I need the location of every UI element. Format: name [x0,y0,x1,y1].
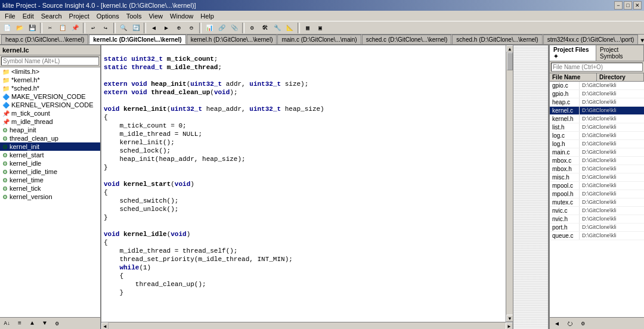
left-tb-az[interactable]: A↓ [1,318,13,330]
vscroll-up[interactable]: ▲ [506,45,513,52]
toolbar-b4[interactable]: ⊖ [185,22,197,34]
vscroll-down[interactable]: ▼ [506,315,513,322]
toolbar-search[interactable]: 🔍 [117,22,129,34]
toolbar-save[interactable]: 💾 [26,22,38,34]
tab-kernel-lc[interactable]: kernel.lc (D:\GitClone\...\kernel) [89,35,185,44]
symbol-item-kernel-h[interactable]: 📁 *kernel.h* [0,76,100,84]
tab-project-symbols[interactable]: Project Symbols [596,45,644,61]
file-item-nvic-h[interactable]: nvic.hD:\GitClone\kli [550,215,644,224]
tab-stm32[interactable]: stm32f4xx.c (D:\GitClone\...\port) [543,35,639,44]
tab-kernel-h[interactable]: kernel.h (D:\GitClone\...\kernel) [187,35,277,44]
symbol-item-idle-thread[interactable]: 📌 m_idle_thread [0,117,100,126]
file-item-mpool-h[interactable]: mpool.hD:\GitClone\kli [550,190,644,198]
menu-file[interactable]: File [1,12,19,20]
symbol-item-kernel-init[interactable]: ⚙ kernel_init [0,142,100,151]
menu-project[interactable]: Project [66,12,93,20]
close-button[interactable]: ✕ [633,1,642,10]
code-area[interactable]: static uint32_t m_tick_count; static thr… [101,45,506,322]
toolbar-b1[interactable]: ◀ [148,22,160,34]
minimize-button[interactable]: − [614,1,623,10]
menu-window[interactable]: Window [166,12,197,20]
toolbar-open[interactable]: 📂 [14,22,26,34]
file-item-mutex-c[interactable]: mutex.cD:\GitClone\kli [550,198,644,207]
right-tb-back[interactable]: ◀ [551,318,563,330]
left-tb-down[interactable]: ▼ [39,318,51,330]
symbol-search-input[interactable] [1,57,99,66]
hscroll-right[interactable]: ▶ [506,322,513,329]
symbol-item-tick-count[interactable]: 📌 m_tick_count [0,109,100,117]
toolbar-redo[interactable]: ↪ [100,22,112,34]
left-tb-up[interactable]: ▲ [26,318,38,330]
tab-heap-c[interactable]: heap.c (D:\GitClone\...\kernel) [1,35,88,44]
symbol-item-thread-clean-up[interactable]: ⚙ thread_clean_up [0,134,100,142]
file-item-kernel-h[interactable]: kernel.hD:\GitClone\kli [550,115,644,123]
file-item-gpio-h[interactable]: gpio.hD:\GitClone\kli [550,90,644,98]
symbol-item-kernel-idle[interactable]: ⚙ kernel_idle [0,159,100,167]
symbol-item-sched-h[interactable]: 📁 *sched.h* [0,84,100,92]
file-item-mpool-c[interactable]: mpool.cD:\GitClone\kli [550,182,644,190]
file-item-heap-c[interactable]: heap.cD:\GitClone\kli [550,98,644,107]
menu-view[interactable]: View [145,12,166,20]
file-item-mbox-c[interactable]: mbox.cD:\GitClone\kli [550,157,644,165]
toolbar-b8[interactable]: ⚙ [246,22,258,34]
hscroll-track[interactable] [109,322,506,329]
toolbar-b6[interactable]: 🔗 [216,22,228,34]
menu-edit[interactable]: Edit [19,12,38,20]
toolbar-paste[interactable]: 📌 [69,22,81,34]
toolbar-b9[interactable]: 🛠 [259,22,271,34]
left-tb-filter[interactable]: ≡ [14,318,26,330]
toolbar-b2[interactable]: ▶ [160,22,172,34]
hscroll-left[interactable]: ◀ [101,322,109,329]
toolbar-b3[interactable]: ⊕ [173,22,185,34]
menu-tools[interactable]: Tools [123,12,145,20]
file-item-log-h[interactable]: log.hD:\GitClone\kli [550,140,644,148]
right-tb-settings[interactable]: ⚙ [577,318,589,330]
toolbar-copy[interactable]: 📋 [57,22,69,34]
file-item-nvic-c[interactable]: nvic.cD:\GitClone\kli [550,207,644,215]
vscroll-thumb[interactable] [507,52,513,70]
file-search-input[interactable] [551,63,643,72]
toolbar-cut[interactable]: ✂ [44,22,56,34]
symbol-item-limits[interactable]: 📁 <limits.h> [0,67,100,76]
toolbar-replace[interactable]: 🔄 [130,22,142,34]
menu-search[interactable]: Search [38,12,66,20]
file-item-list-h[interactable]: list.hD:\GitClone\kli [550,123,644,132]
symbol-item-kernel-tick[interactable]: ⚙ kernel_tick [0,184,100,193]
tab-more-button[interactable]: ▼ [639,38,644,44]
toolbar-b7[interactable]: 📎 [228,22,240,34]
file-item-log-c[interactable]: log.cD:\GitClone\kli [550,132,644,140]
menu-help[interactable]: Help [197,12,218,20]
tab-sched-c[interactable]: sched.c (D:\GitClone\...\kernel) [362,35,452,44]
right-tb-forward[interactable]: ⭮ [564,318,576,330]
symbol-item-kernel-idle-time[interactable]: ⚙ kernel_idle_time [0,167,100,176]
code-hscrollbar[interactable]: ◀ ▶ [101,322,513,329]
symbol-item-kernel-version[interactable]: ⚙ kernel_version [0,193,100,201]
file-item-misc-h[interactable]: misc.hD:\GitClone\kli [550,173,644,182]
tab-project-files[interactable]: Project Files ✦ [550,45,596,61]
symbol-item-kernel-start[interactable]: ⚙ kernel_start [0,151,100,159]
file-item-gpio-c[interactable]: gpio.cD:\GitClone\kli [550,82,644,90]
toolbar-b12[interactable]: ▦ [302,22,314,34]
symbol-item-kernel-time[interactable]: ⚙ kernel_time [0,176,100,184]
symbol-item-make-version[interactable]: 🔷 MAKE_VERSION_CODE [0,92,100,101]
toolbar-b5[interactable]: 📊 [203,22,215,34]
toolbar-b13[interactable]: ▣ [314,22,326,34]
toolbar-b10[interactable]: 🔧 [271,22,283,34]
toolbar-new[interactable]: 📄 [1,22,13,34]
menu-options[interactable]: Options [93,12,123,20]
code-vscrollbar[interactable]: ▲ ▼ [506,45,513,322]
file-item-kernel-c[interactable]: kernel.cD:\GitClone\kli [550,107,644,115]
symbol-item-kernel-version-code[interactable]: 🔷 KERNEL_VERSION_CODE [0,101,100,109]
file-item-queue-c[interactable]: queue.cD:\GitClone\kli [550,232,644,240]
tab-sched-h[interactable]: sched.h (D:\GitClone\...\kernel) [452,35,542,44]
tab-main-c[interactable]: main.c (D:\GitClone\...\main) [277,35,361,44]
file-item-mbox-h[interactable]: mbox.hD:\GitClone\kli [550,165,644,173]
toolbar-undo[interactable]: ↩ [87,22,99,34]
vscroll-track[interactable] [506,52,513,315]
maximize-button[interactable]: □ [624,1,632,10]
file-item-port-h[interactable]: port.hD:\GitClone\kli [550,224,644,232]
left-tb-settings[interactable]: ⚙ [51,318,63,330]
symbol-item-heap-init[interactable]: ⚙ heap_init [0,126,100,134]
file-item-main-c[interactable]: main.cD:\GitClone\kli [550,148,644,157]
toolbar-b11[interactable]: 📐 [284,22,296,34]
